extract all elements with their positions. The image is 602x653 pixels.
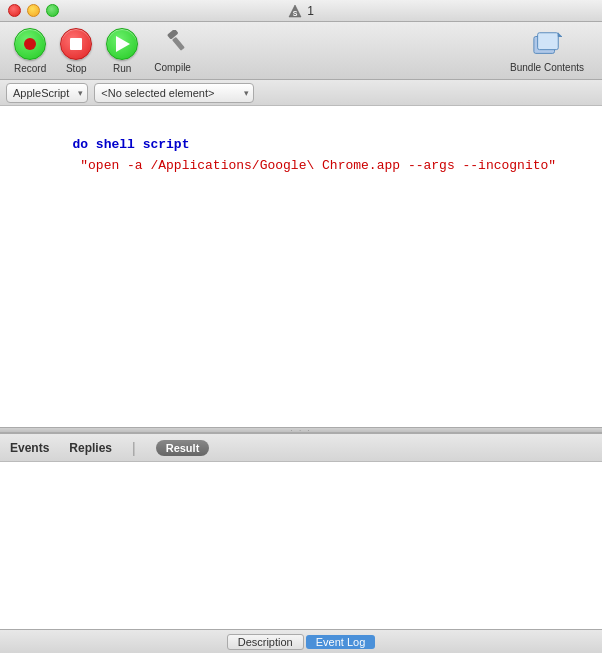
record-button[interactable]: Record	[8, 24, 52, 78]
maximize-button[interactable]	[46, 4, 59, 17]
editor-container: do shell script "open -a /Applications/G…	[0, 106, 602, 427]
result-area	[0, 462, 602, 629]
run-icon	[106, 28, 138, 60]
window-title: S 1	[288, 4, 314, 18]
code-editor[interactable]: do shell script "open -a /Applications/G…	[0, 106, 602, 427]
run-label: Run	[113, 63, 131, 74]
tab-result[interactable]: Result	[156, 440, 210, 456]
title-bar: S 1	[0, 0, 602, 22]
compile-label: Compile	[154, 62, 191, 73]
element-dropdown[interactable]: <No selected element>	[94, 83, 254, 103]
run-button[interactable]: Run	[100, 24, 144, 78]
run-inner-icon	[116, 36, 130, 52]
bottom-tabs: Events Replies | Result	[0, 434, 602, 462]
title-icon: S	[288, 4, 302, 18]
stop-button[interactable]: Stop	[54, 24, 98, 78]
bottom-panel: Events Replies | Result Description Even…	[0, 433, 602, 653]
bundle-label: Bundle Contents	[510, 62, 584, 73]
traffic-lights[interactable]	[8, 4, 59, 17]
stop-label: Stop	[66, 63, 87, 74]
svg-rect-2	[172, 36, 185, 50]
hammer-icon	[158, 29, 188, 59]
description-tab[interactable]: Description	[227, 634, 304, 650]
record-inner-icon	[24, 38, 36, 50]
toolbar: Record Stop Run Compile	[0, 22, 602, 80]
tab-events[interactable]: Events	[10, 439, 49, 457]
title-text: 1	[307, 4, 314, 18]
svg-rect-5	[538, 32, 559, 49]
event-log-tab[interactable]: Event Log	[306, 635, 376, 649]
keyword-do: do shell script	[72, 137, 189, 152]
bundle-icon	[532, 29, 562, 59]
record-icon	[14, 28, 46, 60]
svg-text:S: S	[293, 10, 298, 17]
bottom-bar: Description Event Log	[0, 629, 602, 653]
svg-marker-6	[558, 32, 562, 36]
code-line: do shell script "open -a /Applications/G…	[10, 114, 592, 197]
code-string: "open -a /Applications/Google\ Chrome.ap…	[72, 158, 556, 173]
main-container: Record Stop Run Compile	[0, 22, 602, 653]
close-button[interactable]	[8, 4, 21, 17]
stop-inner-icon	[70, 38, 82, 50]
sub-toolbar: AppleScript <No selected element>	[0, 80, 602, 106]
tab-replies[interactable]: Replies	[69, 439, 112, 457]
minimize-button[interactable]	[27, 4, 40, 17]
language-dropdown[interactable]: AppleScript	[6, 83, 88, 103]
stop-icon	[60, 28, 92, 60]
bundle-contents-button[interactable]: Bundle Contents	[504, 25, 590, 77]
tab-divider: |	[132, 440, 136, 456]
compile-button[interactable]: Compile	[146, 25, 199, 77]
record-label: Record	[14, 63, 46, 74]
